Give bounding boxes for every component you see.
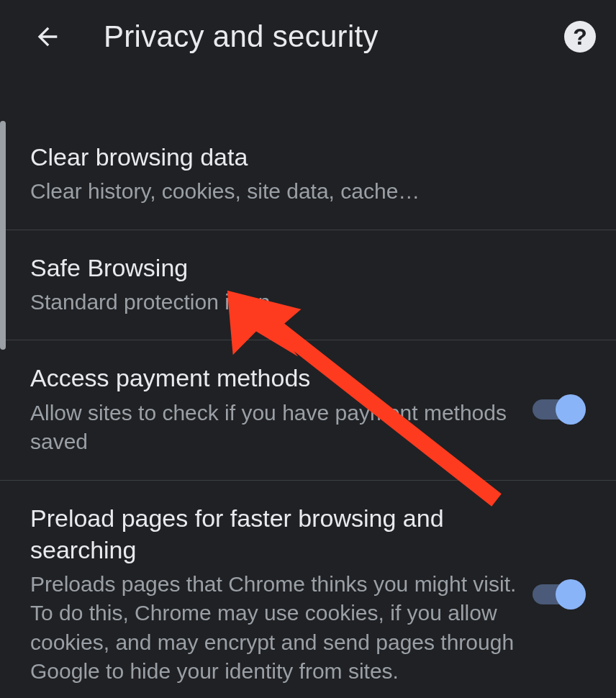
back-button[interactable] — [30, 19, 65, 54]
setting-subtitle: Standard protection is on — [30, 288, 571, 317]
question-mark-icon: ? — [573, 24, 587, 50]
clear-browsing-data-item[interactable]: Clear browsing data Clear history, cooki… — [0, 119, 616, 230]
content-area: Clear browsing data Clear history, cooki… — [0, 73, 616, 698]
scrollbar[interactable] — [0, 121, 6, 350]
safe-browsing-item[interactable]: Safe Browsing Standard protection is on — [0, 230, 616, 341]
help-button[interactable]: ? — [564, 21, 596, 53]
setting-title: Access payment methods — [30, 362, 517, 394]
setting-text: Access payment methods Allow sites to ch… — [30, 362, 531, 456]
preload-pages-item[interactable]: Preload pages for faster browsing and se… — [0, 481, 616, 698]
setting-text: Clear browsing data Clear history, cooki… — [30, 141, 586, 207]
setting-subtitle: Allow sites to check if you have payment… — [30, 399, 517, 457]
setting-title: Safe Browsing — [30, 252, 571, 284]
setting-text: Preload pages for faster browsing and se… — [30, 502, 531, 686]
setting-subtitle: Preloads pages that Chrome thinks you mi… — [30, 570, 517, 686]
setting-title: Clear browsing data — [30, 141, 571, 173]
setting-title: Preload pages for faster browsing and se… — [30, 502, 517, 566]
header: Privacy and security ? — [0, 0, 616, 73]
settings-list: Clear browsing data Clear history, cooki… — [0, 73, 616, 698]
payment-methods-toggle[interactable] — [531, 394, 586, 425]
arrow-left-icon — [33, 22, 62, 51]
setting-subtitle: Clear history, cookies, site data, cache… — [30, 177, 571, 207]
toggle-thumb — [556, 394, 586, 425]
preload-pages-toggle[interactable] — [531, 579, 586, 610]
page-title: Privacy and security — [104, 19, 379, 54]
access-payment-methods-item[interactable]: Access payment methods Allow sites to ch… — [0, 340, 616, 480]
toggle-thumb — [556, 579, 586, 609]
setting-text: Safe Browsing Standard protection is on — [30, 252, 586, 317]
